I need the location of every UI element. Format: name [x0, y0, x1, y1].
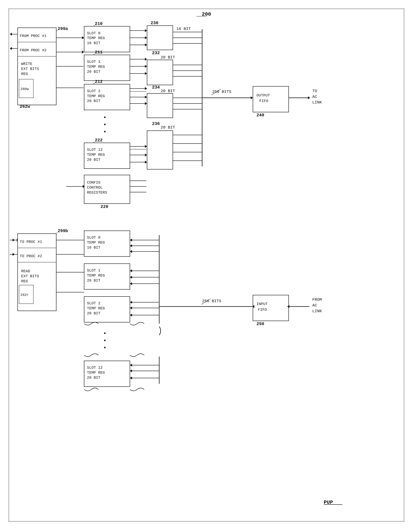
label-250: 250	[256, 322, 264, 326]
slot0-text2: TEMP REG	[87, 36, 105, 40]
label-299b: 299b	[58, 229, 68, 234]
arrow-into-slot12b2	[130, 369, 132, 372]
arrow-from-proc2	[10, 47, 12, 50]
arrow-slot1-out2	[145, 65, 147, 68]
label-210: 210	[95, 21, 103, 26]
label-20bit-1: 20 BIT	[161, 55, 175, 60]
slot0-b-text3: 16 BIT	[87, 246, 100, 250]
squiggle-bottom2	[84, 322, 98, 325]
slot1-b-text3: 20 BIT	[87, 278, 100, 283]
label-299a: 299a	[58, 26, 68, 31]
arrow-into-slot0b	[130, 238, 132, 241]
to-proc1-label: TO PROC #1	[20, 240, 42, 244]
arrow-from-ac-link	[287, 305, 290, 308]
slot12-b-text1: SLOT 12	[87, 366, 103, 370]
reg-read-label: REG	[21, 279, 28, 283]
main-diagram: text { font-family: 'Courier New', Couri…	[9, 9, 404, 521]
slot2-b-text1: SLOT 2	[87, 301, 100, 305]
slot2-b-text3: 20 BIT	[87, 311, 100, 315]
from-ac-link-label1: FROM	[312, 297, 322, 302]
slot12-text2: TEMP REG	[87, 152, 105, 157]
label-212: 212	[95, 79, 103, 84]
arrow-to-proc1	[13, 238, 15, 241]
slot1-text2: TEMP REG	[87, 65, 105, 69]
from-ac-link-label3: LINK	[312, 309, 322, 313]
label-20bit-2: 20 BIT	[161, 89, 175, 93]
arrow-slot2-out1	[145, 87, 147, 90]
arrow-into-slot1b	[130, 269, 132, 272]
dots-bottom3: •	[103, 345, 107, 351]
arrow-from-input-fifo	[252, 305, 254, 308]
label-20bit-3: 20 BIT	[161, 125, 175, 130]
mux-230	[147, 26, 173, 50]
input-fifo-text2: FIFO	[258, 308, 267, 312]
ext-bits-read-label: EXT BITS	[21, 274, 39, 278]
label-230: 230	[151, 21, 158, 26]
arrow-into-slot1b3	[130, 282, 132, 285]
label-262w: 262w	[20, 104, 30, 109]
squiggle-vbus	[159, 327, 161, 335]
squiggle-bottom1	[130, 322, 144, 325]
arrow-into-slot2b2	[130, 306, 132, 309]
slot1-b-text2: TEMP REG	[87, 273, 105, 278]
label-16bit: 16 BIT	[176, 27, 191, 31]
page: text { font-family: 'Courier New', Couri…	[0, 0, 415, 532]
arrow-into-slot1b2	[130, 276, 132, 279]
label-256bits-bottom: 256 BITS	[202, 299, 221, 303]
mux-236	[147, 131, 173, 169]
mux-232	[147, 60, 173, 85]
label-256bits-top: 256 BITS	[212, 90, 231, 94]
dots-bottom2: •	[103, 338, 107, 344]
arrow-slot12-out2	[145, 154, 147, 156]
to-ac-link-label2: AC	[312, 95, 317, 99]
write-bus-block	[18, 28, 56, 105]
reg-label: REG	[21, 72, 28, 76]
slot12-text1: SLOT 12	[87, 148, 103, 152]
arrow-to-slots	[82, 51, 84, 53]
mux-234	[147, 94, 173, 118]
arrow-output-right	[308, 96, 310, 99]
arrow-into-slot2b3	[130, 314, 132, 316]
from-proc2-label: FROM PROC #2	[20, 48, 47, 52]
squiggle-bot3	[84, 388, 98, 391]
ext-bits-label: EXT BITS	[21, 67, 39, 71]
output-fifo-text2: FIFO	[259, 99, 268, 103]
arrow-slot1-out1	[145, 58, 147, 61]
arrow-to-output-fifo	[251, 96, 253, 99]
slot1-text1: SLOT 1	[87, 60, 100, 64]
slot2-b-text2: TEMP REG	[87, 306, 105, 311]
arrow-into-slot12b3	[130, 377, 132, 380]
arrow-slot0-out1	[145, 29, 147, 32]
label-240: 240	[256, 113, 264, 118]
slot0-text1: SLOT 0	[87, 31, 100, 35]
squiggle-top1	[84, 354, 98, 357]
write-label: WRITE	[21, 62, 32, 66]
arrow-to-slot0	[82, 36, 84, 39]
config-text3: REGISTERS	[87, 190, 107, 195]
dots-bottom1: •	[103, 330, 107, 337]
arrow-slot2-out2	[145, 96, 147, 99]
slot12-b-text3: 20 BIT	[87, 376, 100, 380]
slot2-text3: 20 BIT	[87, 99, 100, 103]
arrow-into-slot2b	[130, 301, 132, 304]
label-220: 220	[101, 204, 108, 209]
to-ac-link-label3: LINK	[312, 100, 322, 104]
slot1-text3: 20 BIT	[87, 70, 100, 74]
arrow-slot1-out3	[145, 72, 147, 75]
slot2-text1: SLOT 2	[87, 89, 100, 93]
slot12-text3: 20 BIT	[87, 158, 100, 162]
to-proc2-label: TO PROC #2	[20, 254, 42, 258]
arrow-slot0-out3	[145, 43, 147, 46]
diagram-container: text { font-family: 'Courier New', Couri…	[9, 9, 404, 522]
arrow-slot0-out2	[145, 36, 147, 39]
dots-top3: •	[103, 129, 107, 135]
arrow-into-slot12b	[130, 364, 132, 367]
output-fifo-box	[253, 86, 289, 112]
arrow-slot2-out3	[145, 102, 147, 105]
arrow-into-slot0b3	[130, 250, 132, 253]
arrow-slot12-out3	[145, 161, 147, 164]
arrow-into-slot0b2	[130, 244, 132, 247]
read-label: READ	[21, 269, 30, 273]
arrow-to-proc2	[13, 253, 15, 256]
label-232: 232	[152, 51, 160, 56]
